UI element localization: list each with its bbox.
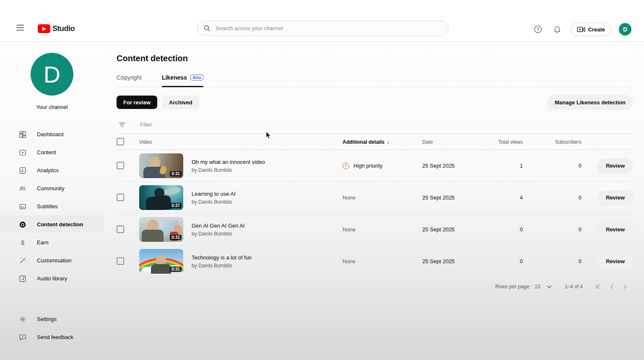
thumbnail-art [151,264,171,274]
additional-details-cell: None [343,258,422,264]
channel-avatar[interactable]: D [31,53,73,96]
page-title: Content detection [117,54,633,63]
sidebar-item-audio-library[interactable]: Audio library [0,269,104,287]
settings-icon [18,316,27,323]
table-row: 0:31 Gen AI Gen AI Gen AI by Danilo Bomb… [117,214,633,246]
select-all-checkbox[interactable] [117,138,124,145]
tab-label: Likeness [162,74,187,81]
table-row: 0:37 Learning to use AI by Danilo Bombil… [117,182,633,214]
audio-library-icon [18,275,27,282]
youtube-studio-logo[interactable]: Studio [38,24,75,33]
video-thumbnail[interactable]: 0:31 [139,217,183,242]
video-title[interactable]: Technology is a lot of fun [192,254,343,261]
video-thumbnail[interactable]: 0:37 [139,185,183,210]
account-avatar[interactable]: D [619,23,631,36]
sidebar: D Your channel Dashboard Content Analyti… [0,42,104,360]
row-checkbox[interactable] [117,225,124,233]
pagination-range: 1–4 of 4 [565,284,583,290]
filter-row[interactable]: Filter [117,116,633,134]
sidebar-item-label: Audio library [37,275,67,282]
community-icon [18,185,27,192]
review-button[interactable]: Review [597,222,633,237]
search-bar[interactable] [197,21,449,36]
subscribers-cell: 0 [523,226,582,233]
sidebar-item-settings[interactable]: Settings [0,310,104,328]
svg-text:$: $ [21,239,24,246]
hamburger-menu-icon[interactable] [17,22,28,33]
video-thumbnail[interactable]: 0:31 [139,249,183,274]
row-checkbox[interactable] [117,194,124,201]
content-icon [18,149,27,156]
video-author: by Danilo Bombilo [192,167,343,173]
views-cell: 0 [493,258,523,264]
sidebar-item-analytics[interactable]: Analytics [0,161,104,179]
earn-icon: $ [18,239,27,246]
sidebar-item-subtitles[interactable]: Subtitles [0,197,104,215]
chip-archived[interactable]: Archived [162,96,199,109]
topbar: Studio ? Create D [0,0,644,42]
filter-icon [118,122,126,128]
date-cell: 25 Sept 2025 [422,226,493,233]
create-button[interactable]: Create [571,23,611,36]
video-title[interactable]: Learning to use AI [192,191,343,197]
sidebar-item-label: Dashboard [37,131,64,137]
manage-likeness-detection-button[interactable]: Manage Likeness detection [547,95,633,110]
channel-label: Your channel [36,104,68,110]
review-button[interactable]: Review [597,158,633,174]
sidebar-item-label: Earn [37,239,48,246]
search-input[interactable] [216,25,442,31]
date-cell: 25 Sept 2025 [422,163,493,169]
header-subscribers: Subscribers [523,139,582,145]
additional-details-cell: ! High priority [343,163,422,169]
video-author: by Danilo Bombilo [192,199,343,205]
sidebar-item-label: Content [37,149,56,155]
row-checkbox[interactable] [117,257,124,265]
create-video-icon [577,26,585,33]
subscribers-cell: 0 [523,163,582,169]
sort-descending-icon: ↓ [387,139,389,145]
dashboard-icon [18,131,27,138]
views-cell: 1 [493,163,523,169]
additional-details-cell: None [343,226,422,233]
first-page-button[interactable] [594,282,603,291]
sidebar-item-dashboard[interactable]: Dashboard [0,125,104,143]
tab-bar: Copyright Likeness Beta [117,74,633,87]
date-cell: 25 Sept 2025 [422,194,493,201]
video-duration: 0:31 [170,267,182,272]
sidebar-item-send-feedback[interactable]: Send feedback [0,328,104,346]
svg-text:?: ? [536,27,539,32]
sidebar-item-label: Settings [37,316,57,322]
content-detection-icon [18,221,27,228]
video-title[interactable]: Gen AI Gen AI Gen AI [192,223,343,229]
video-title[interactable]: Oh my what an innocent video [192,159,343,165]
video-author: by Danilo Bombilo [192,263,343,269]
filter-label: Filter [140,122,152,128]
sidebar-item-content-detection[interactable]: Content detection [0,215,104,233]
review-button[interactable]: Review [597,190,633,205]
review-button[interactable]: Review [597,254,633,269]
table-header: Video Additional details ↓ Date Total vi… [117,134,633,150]
tab-copyright[interactable]: Copyright [117,74,142,87]
chip-for-review[interactable]: For review [117,96,157,109]
sidebar-item-label: Send feedback [37,334,73,340]
thumbnail-art [148,220,158,231]
previous-page-button[interactable] [607,282,616,291]
tab-likeness[interactable]: Likeness Beta [162,74,203,87]
rows-per-page-dropdown[interactable] [545,282,554,291]
row-checkbox[interactable] [117,162,124,169]
subtitles-icon [18,203,27,210]
sidebar-item-earn[interactable]: $ Earn [0,233,104,251]
sidebar-item-community[interactable]: Community [0,179,104,197]
header-additional-details[interactable]: Additional details ↓ [343,139,422,145]
pagination: Rows per page: 10 1–4 of 4 [117,277,633,296]
sidebar-item-content[interactable]: Content [0,143,104,161]
video-duration: 0:31 [170,235,182,240]
notifications-bell-icon[interactable] [551,23,563,35]
table-row: 0:31 Oh my what an innocent video by Dan… [117,150,633,182]
sidebar-item-customisation[interactable]: Customisation [0,251,104,269]
subscribers-cell: 0 [523,194,582,201]
help-icon[interactable]: ? [532,23,544,35]
sidebar-item-label: Content detection [37,221,83,228]
video-thumbnail[interactable]: 0:31 [139,153,183,178]
next-page-button[interactable] [621,282,630,291]
